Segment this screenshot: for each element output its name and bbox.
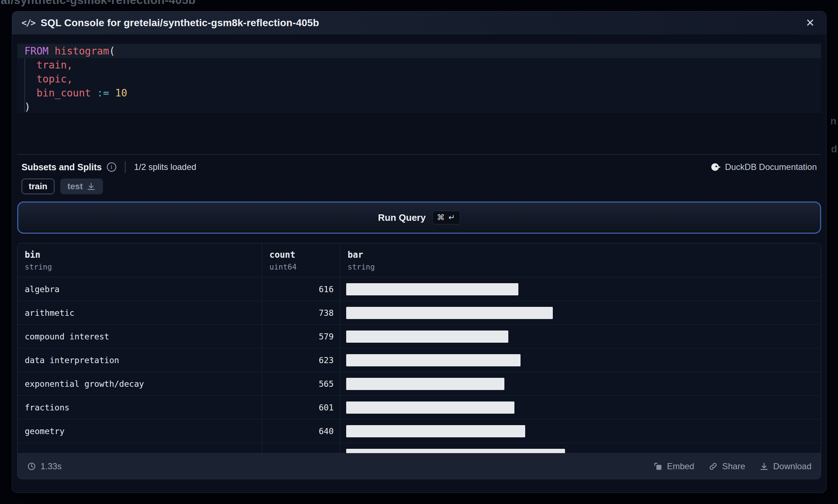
split-train-button[interactable]: train	[22, 179, 55, 194]
footer-action-label: Download	[773, 461, 811, 471]
column-type: string	[25, 263, 255, 271]
background-text-fragment: d	[831, 143, 837, 155]
count-cell: 601	[262, 396, 340, 419]
count-cell: 738	[262, 301, 340, 324]
code-token: ,	[67, 59, 73, 71]
code-icon: </>	[22, 18, 35, 28]
table-row: data interpretation623	[18, 348, 821, 372]
run-query-button[interactable]: Run Query ⌘ ↵	[17, 201, 821, 234]
subsets-heading: Subsets and Splits	[22, 162, 102, 172]
code-line: FROM histogram(	[17, 44, 821, 58]
bar-cell	[340, 419, 821, 443]
column-type: uint64	[269, 263, 333, 271]
code-token: bin_count	[37, 87, 91, 99]
column-name: bar	[348, 250, 814, 260]
histogram-bar	[346, 401, 514, 414]
bar-cell	[340, 325, 821, 348]
subsets-row: Subsets and Splits i 1/2 splits loaded D…	[22, 161, 817, 173]
download-icon	[86, 182, 96, 191]
code-token: )	[24, 101, 30, 113]
modal-header: </> SQL Console for gretelai/synthetic-g…	[12, 11, 826, 34]
docs-label: DuckDB Documentation	[725, 162, 817, 172]
table-body[interactable]: algebra616arithmetic738compound interest…	[18, 277, 821, 453]
code-token: histogram	[55, 45, 109, 57]
table-row: fractions601	[18, 396, 821, 419]
count-cell: 579	[262, 325, 340, 348]
code-line: topic,	[17, 72, 821, 86]
clock-icon	[27, 462, 36, 471]
table-row: compound interest579	[18, 325, 821, 348]
duckdb-documentation-link[interactable]: DuckDB Documentation	[711, 162, 817, 172]
background-text-fragment: n	[830, 115, 837, 127]
bin-cell: exponential growth/decay	[18, 372, 262, 395]
sql-editor[interactable]: FROM histogram( train, topic, bin_count …	[17, 43, 821, 113]
code-token: ,	[67, 73, 73, 85]
code-token	[24, 59, 37, 71]
bar-cell	[340, 396, 821, 419]
panel-divider	[17, 154, 821, 155]
bin-cell: compound interest	[18, 325, 262, 348]
histogram-bar	[346, 425, 525, 437]
info-icon[interactable]: i	[107, 162, 116, 172]
column-header-bar: barstring	[340, 243, 821, 277]
query-duration: 1.33s	[27, 461, 62, 471]
share-icon	[708, 462, 718, 471]
keyboard-shortcut-badge: ⌘ ↵	[432, 211, 461, 224]
close-button[interactable]: ✕	[804, 16, 817, 30]
code-token: FROM	[24, 45, 55, 57]
code-token: :=	[97, 87, 109, 99]
bar-cell	[340, 372, 821, 395]
code-token: topic	[37, 73, 67, 85]
download-icon	[759, 462, 769, 471]
code-line: train,	[17, 58, 821, 72]
table-row: algebra616	[18, 277, 821, 301]
duckdb-logo-icon	[711, 162, 721, 172]
column-name: bin	[25, 250, 255, 260]
run-query-label: Run Query	[378, 212, 426, 223]
duration-value: 1.33s	[41, 461, 62, 471]
code-token	[24, 87, 37, 99]
code-line: )	[17, 100, 821, 114]
histogram-bar	[346, 331, 508, 343]
splits-loaded-status: 1/2 splits loaded	[134, 162, 196, 172]
bar-cell	[340, 443, 821, 453]
footer-actions: EmbedShareDownload	[653, 461, 811, 471]
download-button[interactable]: Download	[759, 461, 811, 471]
results-table: binstringcountuint64barstring algebra616…	[17, 243, 821, 479]
code-token	[109, 87, 115, 99]
embed-icon	[653, 462, 663, 471]
column-type: string	[348, 263, 814, 271]
table-header: binstringcountuint64barstring	[18, 243, 821, 277]
histogram-bar	[346, 378, 504, 390]
bin-cell: fractions	[18, 396, 262, 419]
embed-button[interactable]: Embed	[653, 461, 694, 471]
code-token: (	[109, 45, 115, 57]
modal-title: SQL Console for gretelai/synthetic-gsm8k…	[41, 17, 319, 29]
count-cell: 640	[262, 419, 340, 443]
bin-cell: data interpretation	[18, 348, 262, 372]
sql-console-modal: </> SQL Console for gretelai/synthetic-g…	[12, 11, 827, 493]
code-token	[91, 87, 97, 99]
table-row: arithmetic738	[18, 301, 821, 325]
histogram-bar	[346, 283, 518, 295]
bar-cell	[340, 277, 821, 301]
table-row: geometry640	[18, 419, 821, 443]
bin-cell	[18, 443, 262, 453]
split-test-button[interactable]: test	[60, 179, 103, 194]
code-line: bin_count := 10	[17, 86, 821, 100]
code-token: train	[37, 59, 67, 71]
footer-action-label: Embed	[667, 461, 694, 471]
indent-guide	[24, 58, 25, 112]
split-label: test	[67, 181, 83, 191]
table-footer: 1.33s EmbedShareDownload	[18, 453, 821, 479]
bar-cell	[340, 348, 821, 372]
footer-action-label: Share	[722, 461, 745, 471]
vertical-divider	[125, 161, 126, 173]
column-name: count	[269, 250, 333, 260]
histogram-bar	[346, 354, 521, 366]
bin-cell: arithmetic	[18, 301, 262, 324]
histogram-bar	[346, 449, 565, 453]
count-cell: 616	[262, 277, 340, 301]
bar-cell	[340, 301, 821, 324]
share-button[interactable]: Share	[708, 461, 745, 471]
